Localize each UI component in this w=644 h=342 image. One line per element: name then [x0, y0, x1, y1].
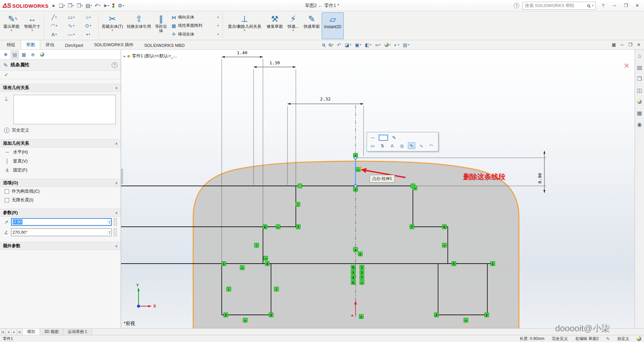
ctx-tool-3-icon[interactable]: ◎	[398, 142, 406, 149]
tab-dimxpert[interactable]: DimXpert	[60, 41, 89, 49]
options-button[interactable]: ⚙▾	[117, 2, 125, 9]
ctx-tool-4-icon[interactable]: ✎	[408, 142, 415, 149]
tab-3d-views[interactable]: 3D 视图	[40, 329, 63, 335]
file-explorer-icon[interactable]: ❒	[636, 75, 643, 82]
view-orientation-button[interactable]: ▣▾	[355, 42, 361, 48]
point-tool-button[interactable]: •▾	[79, 30, 97, 38]
length-input[interactable]: 0.90 ▴▾	[11, 218, 112, 226]
property-manager-tab[interactable]: ▤	[11, 51, 19, 59]
section-view-button[interactable]: ◪▾	[345, 42, 351, 48]
ctx-pen-icon[interactable]: ✎	[390, 134, 398, 141]
hide-show-items-button[interactable]: ∞▾	[375, 42, 381, 48]
thumbwheel[interactable]	[114, 228, 117, 236]
ctx-tool-5-icon[interactable]: ∿	[418, 142, 425, 149]
spline-tool-button[interactable]: ∿▾	[63, 22, 80, 30]
tab-motion-study[interactable]: 运动算例 1	[63, 329, 92, 335]
move-entities-button[interactable]: ✛移动实体▾	[170, 30, 220, 38]
view-palette-icon[interactable]: ◫	[636, 86, 643, 94]
existing-relations-header[interactable]: 现有几何关系 ∧	[0, 84, 121, 92]
feature-tree-flyout[interactable]: ▸ ◆ 零件1 (默认<<默认>_...	[124, 53, 177, 59]
centerline-tool-button[interactable]: —▾	[63, 30, 80, 38]
mirror-entities-button[interactable]: ⋈镜向实体▾	[170, 14, 220, 21]
feature-tree-item[interactable]: 零件1 (默认<<默认>_...	[132, 53, 177, 59]
dimension-value[interactable]: 0.90	[537, 173, 542, 183]
tab-sketch[interactable]: 草图	[21, 40, 40, 49]
ctx-tool-0-icon[interactable]: ▭	[369, 142, 376, 149]
ctx-line-icon[interactable]: ─	[369, 134, 376, 141]
panel-splitter-grip[interactable]	[121, 169, 123, 184]
save-button[interactable]: ❒▾	[75, 2, 84, 9]
quick-snaps-button[interactable]: ⚡ 快速...▾	[285, 12, 302, 39]
feature-manager-tab[interactable]: ❖	[2, 51, 10, 59]
constraint-marker[interactable]	[298, 184, 302, 188]
doc-close-button[interactable]: ✕	[637, 42, 641, 47]
app-help-button[interactable]: ?	[599, 3, 607, 8]
repair-sketch-button[interactable]: ⚒ 修复草图	[266, 12, 284, 39]
undo-button[interactable]: ↶▾	[94, 2, 102, 9]
linear-pattern-button[interactable]: ▦线性草图阵列▾	[170, 22, 220, 29]
status-custom[interactable]: 自定义	[617, 336, 629, 342]
zoom-area-button[interactable]: ▾	[329, 43, 333, 46]
construction-line-option[interactable]: 作为构造线(C)	[0, 187, 121, 196]
doc-minimize-button[interactable]: ─	[621, 42, 624, 47]
display-manager-tab[interactable]	[38, 51, 46, 59]
dimension-value[interactable]: 1.30	[269, 60, 280, 65]
tab-evaluate[interactable]: 评估	[40, 40, 60, 49]
restore-button[interactable]: ❐	[622, 3, 630, 8]
print-button[interactable]: ▤▾	[85, 2, 93, 9]
expand-arrow-icon[interactable]: ▸	[124, 54, 125, 58]
status-tag-icon[interactable]	[637, 336, 641, 341]
view-settings-button[interactable]: ▤▾	[403, 42, 409, 48]
existing-relations-list[interactable]	[13, 95, 116, 124]
ctx-tool-1-icon[interactable]: ⇅	[379, 142, 386, 149]
rebuild-button[interactable]	[111, 2, 116, 9]
circle-tool-button[interactable]: ○▾	[79, 13, 97, 21]
dimension-value[interactable]: 2.32	[320, 96, 330, 101]
arc-tool-button[interactable]: ◠▾	[46, 22, 63, 30]
minimize-button[interactable]: ─	[610, 3, 619, 8]
spinner-icon[interactable]: ▴▾	[107, 220, 110, 224]
open-button[interactable]: ❐▾	[67, 2, 75, 9]
viewport-layout-icon[interactable]: ▦	[612, 42, 616, 47]
trim-entities-button[interactable]: ✂ 剪裁实体(T)▾	[100, 12, 124, 39]
search-input[interactable]	[525, 3, 585, 8]
previous-view-button[interactable]: ↶	[337, 42, 341, 48]
edit-appearance-button[interactable]: ▾	[384, 43, 391, 47]
exit-sketch-button[interactable]: ✎↰ 退出草图▾	[1, 12, 21, 39]
options-header[interactable]: 选项(O) ∧	[0, 179, 121, 187]
text-tool-button[interactable]: A▾	[46, 30, 63, 38]
sketch-canvas[interactable]: 1.401.302.320.90x=x=|6=776|=||=1451xx013…	[121, 50, 635, 328]
ctx-value-input[interactable]	[379, 135, 388, 141]
pm-help-icon[interactable]: ?	[112, 62, 117, 68]
configuration-manager-tab[interactable]: ▦	[20, 51, 28, 59]
dismiss-close-icon[interactable]: ✕	[624, 62, 630, 70]
display-relations-button[interactable]: ⊥ 显示/删除几何关系▾	[224, 12, 265, 39]
add-relations-header[interactable]: 添加几何关系 ∧	[0, 139, 121, 147]
infinite-length-option[interactable]: 无限长度(I)	[0, 196, 121, 204]
apply-scene-button[interactable]: ◐▾	[394, 42, 399, 48]
spinner-icon[interactable]: ▴▾	[108, 230, 110, 234]
appearances-icon[interactable]	[636, 98, 643, 105]
last-tab-button[interactable]: ▸|	[17, 329, 23, 335]
line-endpoint-handle[interactable]	[355, 185, 357, 187]
doc-restore-button[interactable]: ❐	[628, 42, 632, 47]
offset-entities-button[interactable]: ∥ 等距实体	[153, 12, 169, 39]
forum-icon[interactable]: ◉	[636, 121, 643, 128]
relation-fix-button[interactable]: ⚓ 固定(F)	[0, 165, 121, 175]
ellipse-tool-button[interactable]: ⊙▾	[79, 22, 97, 30]
convert-entities-button[interactable]: ⇧ 转换实体引用	[125, 12, 152, 39]
instant2d-button[interactable]: ▱ Instant2D	[322, 12, 344, 39]
rapid-sketch-button[interactable]: ✎ 快速草图	[303, 12, 321, 39]
custom-properties-icon[interactable]: ▦	[636, 109, 643, 117]
additional-parameters-header[interactable]: 额外参数 ∨	[0, 242, 121, 250]
angle-input[interactable]: 270.00° ▴▾	[11, 228, 112, 236]
help-circle-icon[interactable]: ?	[514, 3, 519, 8]
new-document-button[interactable]: ❏▾	[58, 2, 66, 9]
search-icon[interactable]	[587, 4, 590, 7]
select-button[interactable]: ➤▾	[102, 2, 110, 9]
dimension-value[interactable]: 1.40	[237, 50, 247, 55]
smart-dimension-button[interactable]: ↔ 智能尺寸▾	[22, 12, 42, 39]
thumbwheel[interactable]	[114, 218, 117, 226]
construction-checkbox[interactable]	[5, 189, 9, 194]
tab-model[interactable]: 模型	[23, 329, 40, 335]
